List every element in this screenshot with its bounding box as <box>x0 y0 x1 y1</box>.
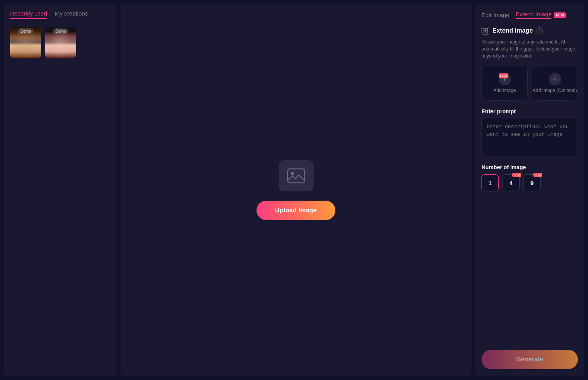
number-value: 1 <box>489 180 492 186</box>
upload-image-button[interactable]: Upload Image <box>256 201 335 220</box>
pro-badge: PRO <box>533 173 542 177</box>
center-panel: Upload Image <box>120 4 471 376</box>
add-image-optional-button[interactable]: + Add Image (Optional) <box>532 66 578 101</box>
list-item[interactable]: Demo <box>10 27 41 58</box>
right-panel: Edit Image Extend Image NEW Extend Image… <box>475 4 584 376</box>
right-tabs: Edit Image Extend Image NEW <box>482 11 578 19</box>
section-heading: Extend Image <box>492 27 533 34</box>
upload-icon <box>279 160 314 191</box>
section-description: Resize your image to any ratio and let A… <box>482 38 578 59</box>
section-title-row: Extend Image ? <box>482 27 578 35</box>
tab-recently-used[interactable]: Recently used <box>10 10 47 19</box>
tab-my-creations[interactable]: My creations <box>55 10 88 19</box>
add-image-row: + PRO Add Image + Add Image (Optional) <box>482 66 578 101</box>
plus-icon: + <box>549 73 561 85</box>
add-image-label: Add Image <box>493 88 516 93</box>
demo-badge: Demo <box>53 28 69 34</box>
image-placeholder-icon <box>286 167 306 184</box>
number-options: 1 4 PRO 9 PRO <box>482 174 578 191</box>
number-value: 4 <box>509 180 513 186</box>
extend-image-icon <box>482 27 489 35</box>
prompt-textarea[interactable] <box>482 118 578 156</box>
add-image-optional-label: Add Image (Optional) <box>532 88 577 93</box>
number-option-4[interactable]: 4 PRO <box>503 174 520 191</box>
list-item[interactable]: Demo <box>45 27 76 58</box>
demo-badge: Demo <box>18 28 34 34</box>
svg-rect-0 <box>288 169 305 183</box>
pro-badge: PRO <box>499 73 508 78</box>
prompt-label: Enter prompt <box>482 108 578 115</box>
number-value: 9 <box>530 180 534 186</box>
help-icon[interactable]: ? <box>536 27 543 34</box>
svg-point-1 <box>291 172 294 175</box>
pro-badge: PRO <box>512 173 521 177</box>
number-of-image-label: Number of Image <box>482 164 578 170</box>
number-option-1[interactable]: 1 <box>482 174 499 191</box>
left-tabs: Recently used My creations <box>10 10 110 19</box>
plus-icon: + PRO <box>499 73 511 85</box>
spacer <box>482 191 578 344</box>
thumbnail-list: Demo Demo <box>10 27 110 58</box>
tab-extend-image[interactable]: Extend Image <box>516 11 552 19</box>
left-panel: Recently used My creations Demo Demo <box>4 4 117 376</box>
tab-edit-image[interactable]: Edit Image <box>482 12 509 18</box>
new-badge: NEW <box>554 12 566 18</box>
generate-button[interactable]: Generate <box>482 350 578 369</box>
add-image-primary-button[interactable]: + PRO Add Image <box>482 66 528 101</box>
number-option-9[interactable]: 9 PRO <box>523 174 541 191</box>
